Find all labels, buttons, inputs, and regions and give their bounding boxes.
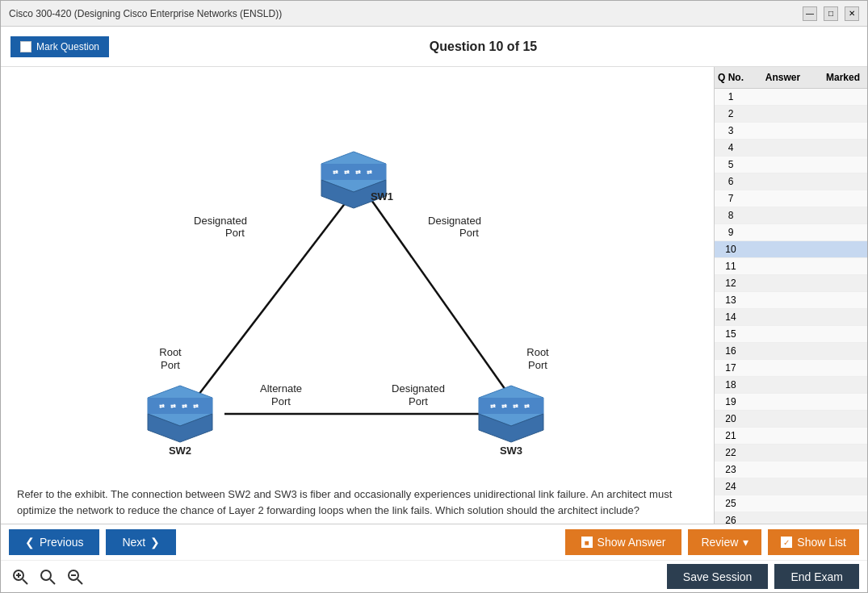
sidebar-body[interactable]: 1 2 3 4 5 6 7 8: [715, 89, 867, 524]
sidebar-cell-marked: [819, 378, 867, 392]
show-list-checkbox-icon: ✓: [781, 537, 792, 548]
zoom-out-button[interactable]: [64, 566, 86, 588]
sidebar-row[interactable]: 2: [715, 106, 867, 123]
sidebar-row[interactable]: 7: [715, 190, 867, 207]
sidebar-cell-marked: [819, 395, 867, 409]
network-diagram: ⇄ ⇄ ⇄ ⇄ SW1 ⇄ ⇄ ⇄ ⇄: [115, 75, 600, 487]
sidebar-cell-answer: [747, 259, 819, 274]
sidebar-row[interactable]: 18: [715, 377, 867, 394]
review-dropdown-icon: ▾: [743, 536, 748, 549]
sidebar-row[interactable]: 21: [715, 428, 867, 445]
window-controls: — □ ✕: [803, 6, 859, 21]
svg-text:⇄: ⇄: [182, 403, 187, 410]
sidebar-cell-answer: [747, 513, 819, 524]
svg-text:Port: Port: [161, 359, 180, 371]
sidebar-cell-answer: [747, 462, 819, 477]
sidebar-cell-answer: [747, 191, 819, 206]
sidebar-row[interactable]: 5: [715, 157, 867, 173]
svg-text:⇄: ⇄: [501, 403, 507, 410]
prev-arrow-icon: ❮: [25, 536, 35, 549]
sidebar-header-marked: Marked: [819, 70, 867, 85]
sidebar-cell-marked: [819, 310, 867, 324]
sidebar-cell-answer: [747, 208, 819, 223]
sidebar-row[interactable]: 4: [715, 140, 867, 157]
sidebar-cell-answer: [747, 411, 819, 426]
svg-text:⇄: ⇄: [513, 403, 518, 410]
review-button[interactable]: Review ▾: [688, 529, 761, 555]
sidebar-cell-answer: [747, 123, 819, 138]
sidebar-row[interactable]: 26: [715, 512, 867, 524]
sidebar-row[interactable]: 12: [715, 275, 867, 292]
sidebar-cell-qno: 7: [715, 191, 747, 206]
show-answer-button[interactable]: ■ Show Answer: [565, 529, 682, 555]
zoom-in-button[interactable]: [9, 566, 31, 588]
sidebar-cell-qno: 24: [715, 479, 747, 494]
sidebar-cell-qno: 22: [715, 445, 747, 460]
sidebar-cell-marked: [819, 293, 867, 307]
maximize-button[interactable]: □: [824, 6, 838, 21]
sidebar-cell-qno: 25: [715, 496, 747, 511]
sidebar-cell-answer: [747, 361, 819, 375]
end-exam-button[interactable]: End Exam: [774, 564, 859, 589]
sidebar-cell-answer: [747, 344, 819, 358]
svg-text:Port: Port: [459, 227, 479, 239]
sidebar-row[interactable]: 3: [715, 123, 867, 140]
svg-text:⇄: ⇄: [333, 169, 338, 176]
sidebar-cell-qno: 26: [715, 513, 747, 524]
sidebar-cell-qno: 4: [715, 140, 747, 155]
svg-text:⇄: ⇄: [170, 403, 176, 410]
svg-text:⇄: ⇄: [344, 169, 350, 176]
sidebar-row[interactable]: 20: [715, 411, 867, 428]
sidebar-row[interactable]: 14: [715, 309, 867, 326]
zoom-reset-button[interactable]: [36, 566, 59, 588]
sidebar-cell-qno: 8: [715, 208, 747, 223]
sidebar-row[interactable]: 8: [715, 207, 867, 224]
svg-text:⇄: ⇄: [159, 403, 165, 410]
svg-point-40: [41, 570, 51, 580]
sidebar-row[interactable]: 25: [715, 495, 867, 512]
close-button[interactable]: ✕: [845, 6, 859, 21]
minimize-button[interactable]: —: [803, 6, 817, 21]
next-label: Next: [122, 536, 145, 549]
sidebar-row[interactable]: 15: [715, 326, 867, 343]
sidebar-row[interactable]: 9: [715, 224, 867, 241]
sidebar-cell-marked: [819, 106, 867, 121]
question-area: ⇄ ⇄ ⇄ ⇄ SW1 ⇄ ⇄ ⇄ ⇄: [1, 67, 714, 524]
sidebar-cell-answer: [747, 496, 819, 511]
sidebar-row[interactable]: 13: [715, 292, 867, 309]
sidebar-row[interactable]: 19: [715, 394, 867, 411]
sidebar-row[interactable]: 11: [715, 258, 867, 275]
show-list-label: Show List: [797, 536, 846, 549]
svg-text:Port: Port: [528, 359, 547, 371]
sidebar-row[interactable]: 16: [715, 343, 867, 360]
sidebar-cell-marked: [819, 259, 867, 274]
bottom-bar: ❮ Previous Next ❯ ■ Show Answer Review ▾…: [1, 524, 867, 592]
sidebar-cell-answer: [747, 242, 819, 257]
svg-text:⇄: ⇄: [193, 403, 199, 410]
window-title: Cisco 300-420 (Designing Cisco Enterpris…: [9, 8, 282, 19]
sidebar-cell-answer: [747, 225, 819, 240]
sidebar-row[interactable]: 10: [715, 241, 867, 258]
show-list-button[interactable]: ✓ Show List: [768, 529, 859, 555]
previous-button[interactable]: ❮ Previous: [9, 529, 99, 555]
sidebar-cell-answer: [747, 327, 819, 341]
sidebar-row[interactable]: 23: [715, 461, 867, 478]
next-button[interactable]: Next ❯: [106, 529, 176, 555]
save-session-button[interactable]: Save Session: [667, 564, 769, 589]
sidebar-row[interactable]: 22: [715, 445, 867, 461]
svg-text:Designated: Designated: [428, 215, 481, 227]
main-content: ⇄ ⇄ ⇄ ⇄ SW1 ⇄ ⇄ ⇄ ⇄: [1, 67, 867, 524]
sidebar-cell-marked: [819, 208, 867, 223]
title-bar: Cisco 300-420 (Designing Cisco Enterpris…: [1, 1, 867, 27]
sidebar-cell-answer: [747, 445, 819, 460]
sidebar-row[interactable]: 24: [715, 478, 867, 495]
sidebar-row[interactable]: 6: [715, 173, 867, 190]
mark-checkbox-icon: [20, 41, 31, 52]
sidebar-cell-marked: [819, 242, 867, 257]
sidebar-cell-qno: 23: [715, 462, 747, 477]
sidebar-row[interactable]: 1: [715, 89, 867, 106]
sw3-label: SW3: [499, 445, 522, 457]
sidebar-cell-marked: [819, 411, 867, 426]
sidebar-row[interactable]: 17: [715, 360, 867, 377]
mark-question-button[interactable]: Mark Question: [10, 36, 109, 57]
